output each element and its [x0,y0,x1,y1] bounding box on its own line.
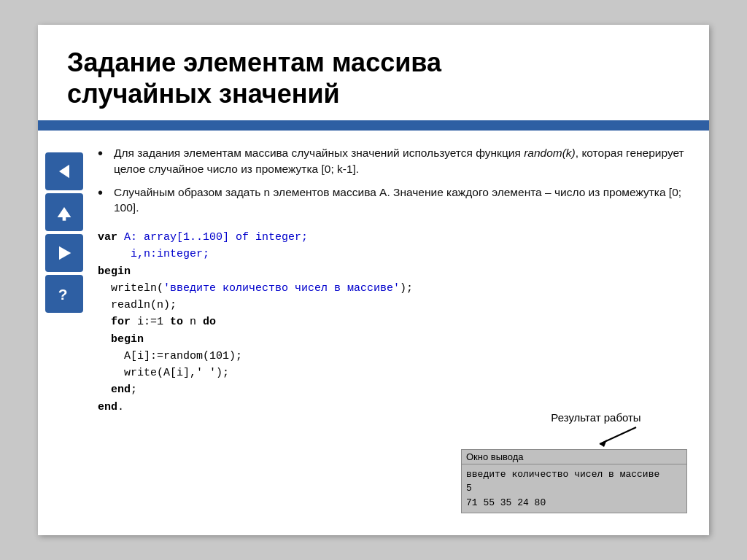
bullet-item-2: Случайным образом задать n элементов мас… [98,184,687,216]
code-line-8: A[i]:=random(101); [98,348,687,365]
code-line-2: i,n:integer; [98,246,687,262]
code-line-5: readln(n); [98,297,687,314]
svg-marker-3 [59,246,71,260]
output-line-1: введите количество чисел в массиве [466,467,682,482]
content-area: ? Для задания элементам массива случайны… [38,145,709,423]
left-nav: ? [38,145,90,423]
slide-title: Задание элементам массива случайных знач… [67,47,680,109]
code-line-3: begin [98,263,687,280]
output-window: Окно вывода введите количество чисел в м… [461,449,687,514]
blue-divider [38,120,709,131]
code-line-7: begin [98,331,687,348]
svg-marker-1 [58,207,71,217]
code-line-9: write(A[i],' '); [98,365,687,381]
code-block: var A: array[1..100] of integer; i,n:int… [98,229,687,416]
main-content: Для задания элементам массива случайных … [90,145,709,423]
code-line-1: var A: array[1..100] of integer; [98,229,687,246]
arrow-area [461,427,687,449]
code-line-4: writeln('введите количество чисел в масс… [98,280,687,297]
arrow-left-icon [54,161,74,182]
slide: Задание элементам массива случайных знач… [38,25,709,535]
bullet-item-1: Для задания элементам массива случайных … [98,145,687,176]
svg-rect-2 [63,217,66,221]
nav-up-button[interactable] [45,193,83,231]
code-result-area: Результат работы Окно вывода введите кол… [461,411,687,514]
code-line-10: end; [98,381,687,398]
nav-left-button[interactable] [45,152,83,190]
output-line-2: 5 [466,481,682,496]
output-body: введите количество чисел в массиве 5 71 … [462,464,686,513]
nav-play-button[interactable] [45,234,83,272]
question-icon: ? [54,284,74,304]
play-icon [54,243,74,263]
svg-marker-0 [59,165,69,179]
arrow-up-icon [54,202,74,222]
output-line-3: 71 55 35 24 80 [466,496,682,510]
result-arrow-icon [585,424,643,449]
nav-help-button[interactable]: ? [45,275,83,313]
title-area: Задание элементам массива случайных знач… [38,25,709,120]
bullet-list: Для задания элементам массива случайных … [98,145,687,216]
code-line-6: for i:=1 to n do [98,314,687,330]
svg-text:?: ? [58,287,68,303]
output-title-bar: Окно вывода [462,450,686,464]
result-label: Результат работы [505,411,687,424]
